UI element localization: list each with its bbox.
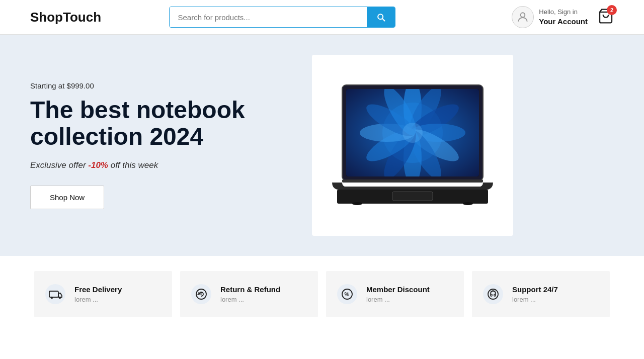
feature-member-discount: % Member Discount lorem ...	[326, 271, 464, 317]
cart-area[interactable]: 2	[598, 8, 614, 26]
search-input[interactable]	[170, 7, 367, 27]
feature-free-delivery-title: Free Delivery	[74, 285, 122, 294]
header-right: Hello, Sign in Your Account 2	[512, 6, 614, 28]
hero-content: Starting at $999.00 The best notebook co…	[30, 81, 292, 209]
svg-point-27	[51, 297, 53, 299]
user-icon	[516, 11, 529, 24]
hero-title: The best notebook collection 2024	[30, 97, 292, 150]
feature-support-desc: lorem ...	[512, 296, 558, 303]
features-section: Free Delivery lorem ... $ Return & Refun…	[0, 256, 644, 332]
truck-icon	[44, 283, 66, 305]
svg-rect-22	[392, 192, 433, 201]
svg-rect-35	[483, 284, 503, 304]
feature-support: Support 24/7 lorem ...	[472, 271, 610, 317]
feature-support-text: Support 24/7 lorem ...	[512, 285, 558, 303]
svg-point-28	[59, 297, 61, 299]
feature-return-refund-desc: lorem ...	[220, 296, 280, 303]
feature-member-discount-desc: lorem ...	[366, 296, 430, 303]
discount-icon: %	[336, 283, 358, 305]
cart-badge: 2	[607, 5, 617, 15]
account-text: Hello, Sign in Your Account	[539, 8, 588, 26]
svg-point-24	[463, 202, 473, 205]
laptop-illustration	[327, 75, 498, 216]
site-logo: ShopTouch	[30, 10, 101, 25]
svg-point-0	[521, 13, 525, 17]
user-avatar	[512, 6, 534, 28]
account-link[interactable]: Your Account	[539, 17, 588, 27]
svg-text:$: $	[200, 292, 202, 296]
shop-now-button[interactable]: Shop Now	[30, 186, 104, 209]
svg-point-23	[352, 202, 362, 205]
svg-text:%: %	[345, 291, 350, 297]
feature-free-delivery: Free Delivery lorem ...	[34, 271, 172, 317]
hero-offer-suffix: off this week	[108, 160, 158, 170]
return-icon: $	[190, 283, 212, 305]
feature-support-title: Support 24/7	[512, 285, 558, 294]
feature-return-refund-title: Return & Refund	[220, 285, 280, 294]
support-icon	[482, 283, 504, 305]
svg-point-19	[403, 123, 423, 143]
hero-offer-discount: -10%	[88, 160, 108, 170]
search-button[interactable]	[367, 7, 395, 27]
header: ShopTouch Hello, Sign in Your Account	[0, 0, 644, 35]
feature-free-delivery-desc: lorem ...	[74, 296, 122, 303]
svg-rect-20	[342, 180, 483, 183]
search-bar	[169, 7, 395, 28]
hero-starting-price: Starting at $999.00	[30, 81, 292, 90]
hero-offer-prefix: Exclusive offer	[30, 160, 88, 170]
svg-rect-25	[45, 284, 65, 304]
feature-member-discount-title: Member Discount	[366, 285, 430, 294]
feature-member-discount-text: Member Discount lorem ...	[366, 285, 430, 303]
hero-section: Starting at $999.00 The best notebook co…	[0, 35, 644, 256]
account-area[interactable]: Hello, Sign in Your Account	[512, 6, 588, 28]
hero-product-image	[312, 55, 513, 236]
account-greeting: Hello, Sign in	[539, 8, 588, 17]
feature-return-refund: $ Return & Refund lorem ...	[180, 271, 318, 317]
search-icon	[376, 12, 386, 22]
feature-return-refund-text: Return & Refund lorem ...	[220, 285, 280, 303]
feature-free-delivery-text: Free Delivery lorem ...	[74, 285, 122, 303]
hero-offer: Exclusive offer -10% off this week	[30, 160, 292, 170]
